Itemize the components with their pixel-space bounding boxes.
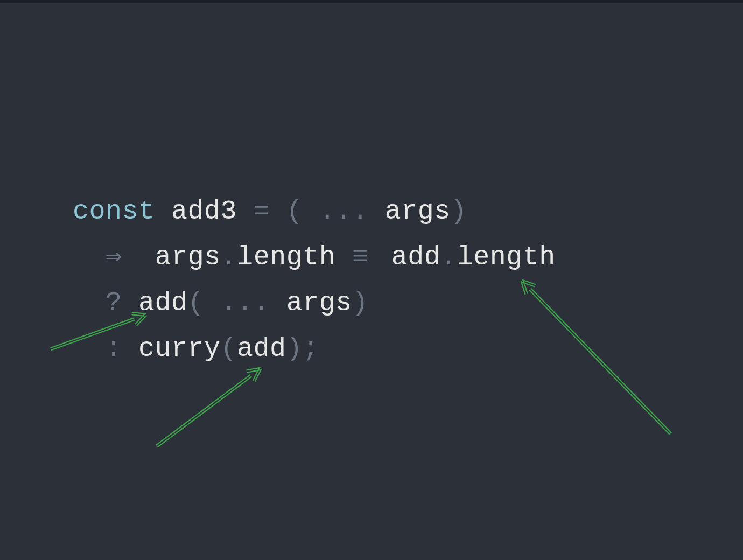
op-semicolon: ; xyxy=(303,333,319,364)
id-args-2: args xyxy=(286,288,352,318)
op-ternary-q: ? xyxy=(106,288,122,318)
svg-line-7 xyxy=(157,375,250,445)
fn-add-call: add xyxy=(138,288,188,318)
op-assign: = xyxy=(254,196,270,227)
arrow-to-curried-add xyxy=(157,368,261,447)
code-line-1: const add3 = ( ... args) xyxy=(73,196,467,227)
code-line-3: ? add( ... args) xyxy=(73,288,368,318)
id-add-arg: add xyxy=(237,333,286,364)
code-line-2: ⇒ args.length ≡ add.length xyxy=(73,242,556,272)
paren-open-2: ( xyxy=(188,288,205,318)
paren-open-1: ( xyxy=(286,196,303,227)
code-block: const add3 = ( ... args) ⇒ args.length ≡… xyxy=(73,188,556,372)
fn-curry: curry xyxy=(138,333,221,364)
op-spread-2: ... xyxy=(221,288,270,318)
svg-line-6 xyxy=(158,377,251,447)
id-add3: add3 xyxy=(171,196,237,227)
top-divider xyxy=(0,0,743,3)
slide-stage: const add3 = ( ... args) ⇒ args.length ≡… xyxy=(0,0,743,560)
paren-open-3: ( xyxy=(221,333,237,364)
paren-close-1: ) xyxy=(451,196,467,227)
id-args-length: args xyxy=(155,242,221,272)
op-strict-eq: ≡ xyxy=(352,242,359,272)
id-args-1: args xyxy=(385,196,451,227)
id-add-length: add xyxy=(391,242,441,272)
op-ternary-colon: : xyxy=(106,333,122,364)
code-line-4: : curry(add); xyxy=(73,333,319,364)
op-arrow: ⇒ xyxy=(106,242,122,272)
paren-close-3: ) xyxy=(286,333,303,364)
paren-close-2: ) xyxy=(352,288,369,318)
op-spread-1: ... xyxy=(319,196,369,227)
kw-const: const xyxy=(73,196,155,227)
